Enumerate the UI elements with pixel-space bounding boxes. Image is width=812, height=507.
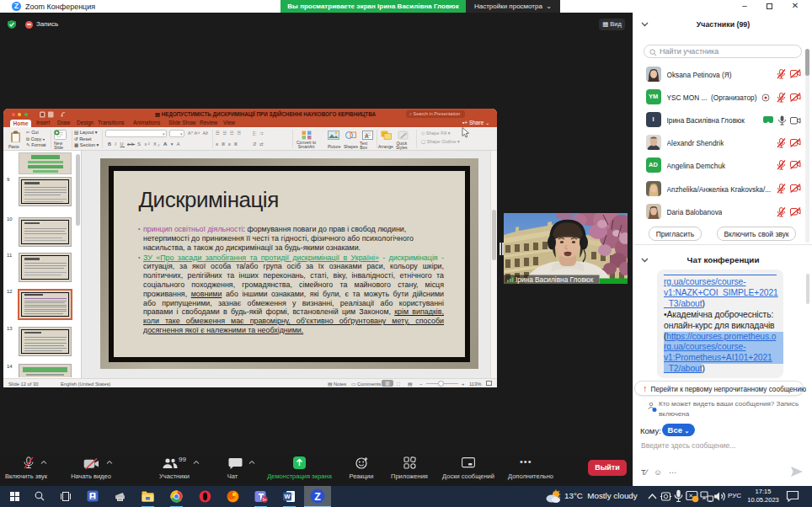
svg-text:A: A [365,132,369,138]
svg-text:W: W [284,493,291,500]
svg-text:Z: Z [314,491,321,503]
svg-text:9+: 9+ [262,498,267,502]
svg-text:Ірина Василівна Гловюк: Ірина Василівна Гловюк [516,275,594,284]
